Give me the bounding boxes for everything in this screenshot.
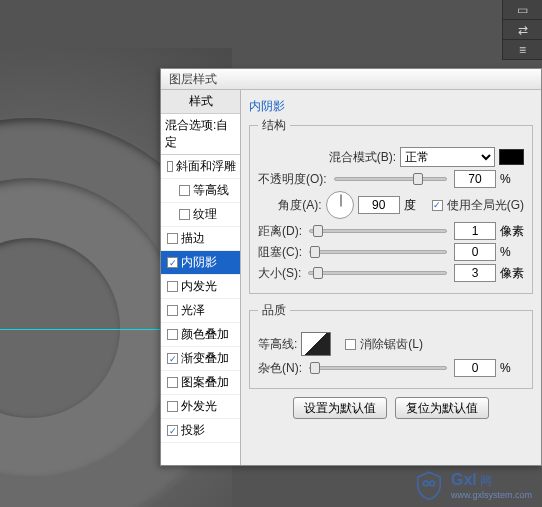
unit-label: 度: [404, 197, 428, 214]
size-label: 大小(S):: [258, 265, 301, 282]
guide-line: [0, 329, 160, 330]
sidebar-checkbox[interactable]: [179, 185, 190, 196]
tool-panel: ▭ ⇄ ≡: [502, 0, 542, 60]
panel-title: 内阴影: [249, 98, 533, 115]
sidebar-checkbox[interactable]: ✓: [167, 257, 178, 268]
structure-group: 结构 混合模式(B): 正常 不透明度(O): % 角度(A):: [249, 117, 533, 294]
unit-label: 像素: [500, 223, 524, 240]
distance-label: 距离(D):: [258, 223, 302, 240]
sidebar-item[interactable]: 等高线: [161, 179, 240, 203]
choke-input[interactable]: [454, 243, 496, 261]
sidebar-item-label: 斜面和浮雕: [176, 158, 236, 175]
contour-label: 等高线:: [258, 336, 297, 353]
choke-slider[interactable]: [309, 250, 447, 254]
global-light-checkbox[interactable]: ✓: [432, 200, 443, 211]
sidebar-item[interactable]: 纹理: [161, 203, 240, 227]
angle-label: 角度(A):: [278, 197, 321, 214]
sidebar-item-label: 纹理: [193, 206, 217, 223]
sidebar-checkbox[interactable]: [167, 305, 178, 316]
group-legend: 结构: [258, 117, 290, 134]
shield-icon: [411, 469, 447, 501]
sidebar-item-label: 内阴影: [181, 254, 217, 271]
layer-style-dialog: 图层样式 样式 混合选项:自定 斜面和浮雕等高线纹理描边✓内阴影内发光光泽颜色叠…: [160, 68, 542, 466]
sidebar-item[interactable]: 光泽: [161, 299, 240, 323]
sidebar-item[interactable]: ✓渐变叠加: [161, 347, 240, 371]
sidebar-checkbox[interactable]: [167, 233, 178, 244]
distance-input[interactable]: [454, 222, 496, 240]
tool-icon[interactable]: ▭: [503, 0, 542, 20]
dialog-title: 图层样式: [169, 71, 217, 88]
size-slider[interactable]: [308, 271, 447, 275]
styles-sidebar: 样式 混合选项:自定 斜面和浮雕等高线纹理描边✓内阴影内发光光泽颜色叠加✓渐变叠…: [161, 90, 241, 465]
noise-input[interactable]: [454, 359, 496, 377]
sidebar-checkbox[interactable]: [167, 161, 173, 172]
effect-panel: 内阴影 结构 混合模式(B): 正常 不透明度(O): %: [241, 90, 541, 465]
size-input[interactable]: [454, 264, 496, 282]
tool-icon[interactable]: ≡: [503, 40, 542, 60]
antialias-label: 消除锯齿(L): [360, 336, 423, 353]
sidebar-item-label: 外发光: [181, 398, 217, 415]
sidebar-item[interactable]: 内发光: [161, 275, 240, 299]
noise-label: 杂色(N):: [258, 360, 302, 377]
reset-default-button[interactable]: 复位为默认值: [395, 397, 489, 419]
sidebar-item[interactable]: 颜色叠加: [161, 323, 240, 347]
unit-label: %: [500, 172, 524, 186]
blend-mode-select[interactable]: 正常: [400, 147, 495, 167]
sidebar-item-label: 内发光: [181, 278, 217, 295]
tool-icon[interactable]: ⇄: [503, 20, 542, 40]
quality-group: 品质 等高线: 消除锯齿(L) 杂色(N): %: [249, 302, 533, 389]
angle-dial-icon[interactable]: [326, 191, 354, 219]
svg-point-0: [423, 481, 428, 486]
sidebar-item-label: 渐变叠加: [181, 350, 229, 367]
unit-label: %: [500, 245, 524, 259]
sidebar-item-label: 描边: [181, 230, 205, 247]
group-legend: 品质: [258, 302, 290, 319]
dialog-titlebar[interactable]: 图层样式: [161, 69, 541, 90]
angle-input[interactable]: [358, 196, 400, 214]
app-topbar: ▭ ⇄ ≡: [0, 0, 542, 48]
sidebar-item-label: 光泽: [181, 302, 205, 319]
noise-slider[interactable]: [309, 366, 447, 370]
sidebar-item[interactable]: 外发光: [161, 395, 240, 419]
watermark: Gxl 网 www.gxlsystem.com: [411, 469, 532, 501]
sidebar-checkbox[interactable]: ✓: [167, 353, 178, 364]
make-default-button[interactable]: 设置为默认值: [293, 397, 387, 419]
sidebar-checkbox[interactable]: [167, 401, 178, 412]
svg-point-1: [430, 481, 435, 486]
sidebar-item[interactable]: ✓内阴影: [161, 251, 240, 275]
opacity-slider[interactable]: [334, 177, 447, 181]
sidebar-item[interactable]: 描边: [161, 227, 240, 251]
sidebar-checkbox[interactable]: [167, 329, 178, 340]
blend-mode-label: 混合模式(B):: [329, 149, 396, 166]
sidebar-checkbox[interactable]: [167, 281, 178, 292]
sidebar-item[interactable]: ✓投影: [161, 419, 240, 443]
unit-label: %: [500, 361, 524, 375]
unit-label: 像素: [500, 265, 524, 282]
sidebar-checkbox[interactable]: [179, 209, 190, 220]
sidebar-header[interactable]: 样式: [161, 90, 240, 114]
sidebar-item-label: 等高线: [193, 182, 229, 199]
distance-slider[interactable]: [309, 229, 447, 233]
sidebar-item-label: 投影: [181, 422, 205, 439]
opacity-input[interactable]: [454, 170, 496, 188]
sidebar-item-label: 颜色叠加: [181, 326, 229, 343]
sidebar-item[interactable]: 斜面和浮雕: [161, 155, 240, 179]
sidebar-item[interactable]: 图案叠加: [161, 371, 240, 395]
sidebar-item-label: 图案叠加: [181, 374, 229, 391]
sidebar-checkbox[interactable]: ✓: [167, 425, 178, 436]
opacity-label: 不透明度(O):: [258, 171, 327, 188]
color-swatch[interactable]: [499, 149, 524, 165]
sidebar-blend-options[interactable]: 混合选项:自定: [161, 114, 240, 155]
global-light-label: 使用全局光(G): [447, 197, 524, 214]
choke-label: 阻塞(C):: [258, 244, 302, 261]
sidebar-checkbox[interactable]: [167, 377, 178, 388]
antialias-checkbox[interactable]: [345, 339, 356, 350]
contour-picker[interactable]: [301, 332, 331, 356]
